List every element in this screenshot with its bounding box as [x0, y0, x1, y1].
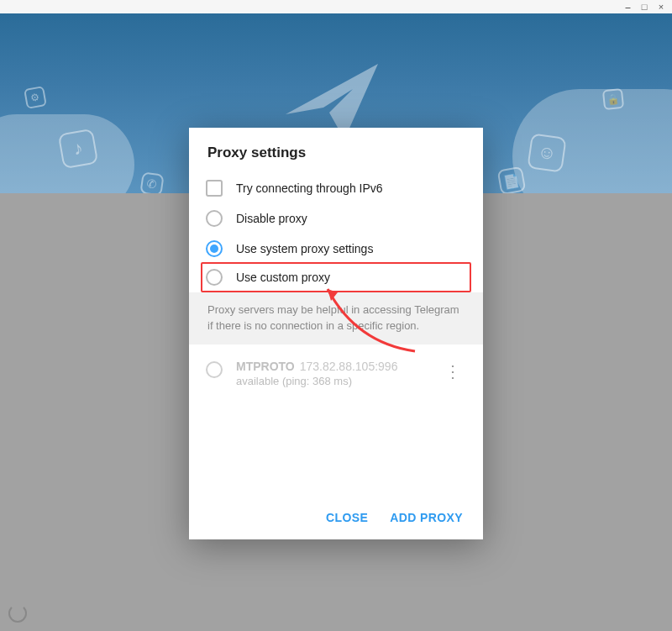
option-label: Use system proxy settings: [236, 242, 373, 255]
option-label: Use custom proxy: [236, 271, 330, 284]
help-text: Proxy servers may be helpful in accessin…: [189, 292, 483, 344]
proxy-address: 173.82.88.105:996: [300, 360, 398, 373]
proxy-settings-dialog: Proxy settings Try connecting through IP…: [189, 128, 483, 539]
radio-icon: [206, 361, 223, 378]
kebab-icon: ⋮: [444, 362, 461, 381]
window-minimize-button[interactable]: ‒: [623, 3, 632, 12]
radio-icon: [206, 269, 223, 286]
add-proxy-button[interactable]: ADD PROXY: [390, 511, 463, 524]
bg-tile-icon: 📄: [497, 166, 527, 193]
option-custom-proxy[interactable]: Use custom proxy: [201, 262, 471, 292]
dialog-actions: CLOSE ADD PROXY: [189, 499, 483, 539]
radio-selected-icon: [206, 240, 223, 257]
window-titlebar: ‒ □ ×: [0, 0, 672, 13]
bg-tile-icon: ♪: [58, 129, 99, 170]
proxy-more-button[interactable]: ⋮: [439, 360, 466, 383]
close-button[interactable]: CLOSE: [326, 511, 368, 524]
bg-tile-icon: ⚙: [24, 86, 47, 109]
checkbox-icon: [206, 180, 223, 197]
loading-spinner-icon: [8, 604, 27, 623]
option-ipv6[interactable]: Try connecting through IPv6: [206, 173, 466, 203]
bg-tile-icon: ✆: [139, 171, 164, 193]
proxy-list: MTPROTO 173.82.88.105:996 available (pin…: [189, 344, 483, 499]
bg-tile-icon: ☺: [527, 133, 566, 172]
dialog-title: Proxy settings: [189, 128, 483, 168]
option-label: Disable proxy: [236, 212, 307, 225]
bg-tile-icon: 🔒: [602, 88, 624, 110]
proxy-options: Try connecting through IPv6 Disable prox…: [189, 168, 483, 292]
proxy-status: available (ping: 368 ms): [236, 375, 439, 387]
option-system-proxy[interactable]: Use system proxy settings: [206, 234, 466, 264]
option-label: Try connecting through IPv6: [236, 181, 383, 195]
proxy-entry[interactable]: MTPROTO 173.82.88.105:996 available (pin…: [206, 353, 466, 394]
window-close-button[interactable]: ×: [657, 3, 665, 12]
window-maximize-button[interactable]: □: [640, 3, 648, 12]
proxy-type: MTPROTO: [236, 360, 295, 373]
radio-icon: [206, 210, 223, 227]
option-disable-proxy[interactable]: Disable proxy: [206, 203, 466, 234]
